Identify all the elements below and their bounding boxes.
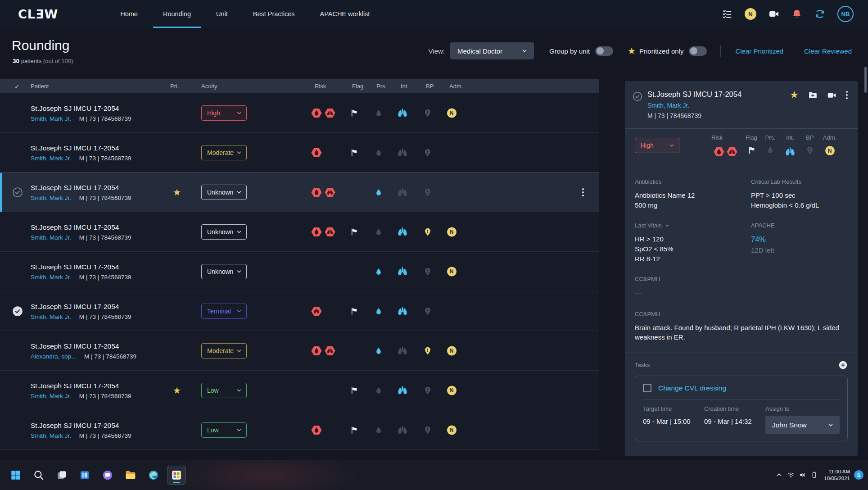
row-menu-button[interactable] (576, 186, 590, 199)
flag-icon (350, 148, 358, 157)
patient-demographics: M | 73 | 784568739 (79, 115, 131, 122)
nav-tab-rounding[interactable]: Rounding (150, 0, 203, 28)
reviewed-check-icon[interactable] (12, 147, 23, 159)
acuity-dropdown[interactable]: Terminal (201, 304, 247, 319)
notification-n-badge[interactable]: N (745, 8, 756, 20)
reviewed-check-icon[interactable] (632, 91, 643, 102)
patient-name-link[interactable]: Smith, Mark Jr. (31, 313, 71, 320)
scrollbar-thumb[interactable] (864, 67, 867, 93)
patient-rows: St.Joseph SJ IMCU 17-2054 Smith, Mark Jr… (0, 93, 599, 450)
vital-value: SpO2 < 85% (635, 244, 751, 254)
patient-name-link[interactable]: Smith, Mark Jr. (31, 432, 71, 439)
acuity-dropdown[interactable]: Moderate (201, 145, 247, 160)
video-camera-icon[interactable] (769, 9, 779, 19)
antibiotics-label: Antibiotics (635, 178, 751, 185)
taskbar-clock[interactable]: 11:00 AM 10/05/2021 (824, 468, 850, 482)
bell-icon[interactable] (791, 9, 802, 19)
acuity-dropdown[interactable]: Low (201, 422, 247, 438)
prioritized-only-toggle[interactable] (689, 46, 707, 56)
table-row[interactable]: St.Joseph SJ IMCU 17-2054 Smith, Mark Jr… (0, 371, 599, 410)
nav-tab-home[interactable]: Home (108, 0, 150, 28)
clear-reviewed-link[interactable]: Clear Reviewed (804, 47, 852, 55)
table-row[interactable]: St.Joseph SJ IMCU 17-2054 Smith, Mark Jr… (0, 252, 599, 291)
task-checkbox[interactable] (643, 384, 651, 392)
reviewed-check-icon[interactable] (12, 186, 23, 198)
priority-star-icon[interactable] (790, 90, 799, 100)
patient-name-link[interactable]: Smith, Mark Jr. (31, 154, 71, 161)
acuity-dropdown[interactable]: Moderate (201, 343, 247, 358)
nav-tab-apache-worklist[interactable]: APACHE worklist (307, 0, 382, 28)
table-row[interactable]: St.Joseph SJ IMCU 17-2054 Smith, Mark Jr… (0, 133, 599, 172)
table-row[interactable]: St.Joseph SJ IMCU 17-2054 Smith, Mark Jr… (0, 291, 599, 331)
teams-chat-icon[interactable] (98, 466, 117, 485)
flag-cell (348, 227, 360, 236)
bp-alert-pin-icon (421, 307, 434, 316)
view-dropdown[interactable]: Medical Doctor (450, 42, 534, 59)
start-button-icon[interactable] (6, 466, 25, 485)
patient-cell: St.Joseph SJ IMCU 17-2054 Smith, Mark Jr… (31, 302, 131, 320)
acuity-dropdown[interactable]: Unknown (201, 224, 247, 240)
reviewed-check-icon[interactable] (12, 385, 23, 396)
file-explorer-icon[interactable] (121, 466, 140, 485)
ccpmh-text: Brain attack. Found by husband; R pariet… (635, 323, 848, 342)
acuity-dropdown[interactable]: High (635, 138, 679, 153)
table-row[interactable]: St.Joseph SJ IMCU 17-2054 Alexandra, sop… (0, 331, 599, 371)
patient-name-link[interactable]: Smith, Mark Jr. (31, 115, 71, 122)
widgets-app-icon[interactable] (75, 466, 94, 485)
table-row[interactable]: St.Joseph SJ IMCU 17-2054 Smith, Mark Jr… (0, 172, 599, 212)
patient-count-label: patients (21, 58, 42, 64)
patient-cell: St.Joseph SJ IMCU 17-2054 Smith, Mark Jr… (31, 421, 131, 439)
nav-actions: N NB (722, 6, 854, 22)
acuity-dropdown[interactable]: Unknown (201, 185, 247, 200)
acuity-dropdown[interactable]: High (201, 105, 247, 121)
prioritized-only-label: Prioritized only (639, 47, 683, 55)
flag-cell (348, 148, 360, 157)
reviewed-check-icon[interactable] (12, 424, 23, 436)
table-row[interactable]: St.Joseph SJ IMCU 17-2054 Smith, Mark Jr… (0, 212, 599, 252)
pressure-droplet-icon (372, 426, 385, 434)
checklist-icon[interactable] (722, 9, 732, 19)
battery-icon[interactable] (810, 471, 818, 479)
patient-name-link[interactable]: Smith, Mark Jr. (31, 392, 71, 399)
task-view-icon[interactable] (52, 466, 71, 485)
video-camera-icon[interactable] (827, 91, 836, 100)
patient-name-link[interactable]: Smith, Mark Jr. (31, 195, 71, 201)
tray-s-badge[interactable]: S (854, 470, 863, 480)
sync-icon[interactable] (814, 9, 825, 19)
antibiotics-labs-section: Antibiotics Antibiotics Name 12 500 mg C… (635, 178, 848, 210)
chevron-up-icon[interactable] (775, 471, 783, 479)
table-row[interactable]: St.Joseph SJ IMCU 17-2054 Smith, Mark Jr… (0, 410, 599, 450)
reviewed-check-icon[interactable] (12, 345, 23, 357)
group-by-unit-toggle[interactable] (595, 46, 613, 56)
edge-browser-icon[interactable] (144, 466, 163, 485)
user-avatar[interactable]: NB (837, 6, 854, 22)
last-vitals-label[interactable]: Last Vitals (635, 222, 751, 229)
nav-tab-best-practices[interactable]: Best Practices (240, 0, 307, 28)
reviewed-check-icon[interactable] (12, 305, 23, 317)
nav-tab-unit[interactable]: Unit (203, 0, 240, 28)
target-time-label: Target time (643, 405, 704, 412)
wifi-icon[interactable] (787, 471, 795, 479)
vital-value: RR 8-12 (635, 254, 751, 264)
acuity-dropdown[interactable]: Low (201, 383, 247, 398)
panel-patient-name-link[interactable]: Smith, Mark Jr. (647, 102, 848, 109)
patient-name-link[interactable]: Smith, Mark Jr. (31, 273, 71, 280)
folder-add-icon[interactable] (808, 91, 818, 100)
reviewed-column-icon[interactable] (14, 83, 20, 90)
clew-app-icon[interactable] (167, 466, 186, 485)
add-task-button[interactable] (838, 360, 848, 370)
reviewed-check-icon[interactable] (12, 266, 23, 277)
task-title-link[interactable]: Change CVL dressing (658, 384, 726, 392)
kebab-icon[interactable] (846, 91, 848, 99)
search-icon[interactable] (29, 466, 48, 485)
acuity-dropdown[interactable]: Unknown (201, 264, 247, 279)
volume-icon[interactable] (799, 471, 806, 479)
table-row[interactable]: St.Joseph SJ IMCU 17-2054 Smith, Mark Jr… (0, 93, 599, 133)
assignee-dropdown[interactable]: John Snow (765, 416, 840, 434)
patient-name-link[interactable]: Alexandra, sop... (31, 353, 76, 359)
reviewed-check-icon[interactable] (12, 226, 23, 238)
clear-prioritized-link[interactable]: Clear Prioritized (735, 47, 783, 55)
bp-alert-pin-icon (421, 426, 434, 435)
reviewed-check-icon[interactable] (12, 107, 23, 119)
patient-name-link[interactable]: Smith, Mark Jr. (31, 234, 71, 240)
